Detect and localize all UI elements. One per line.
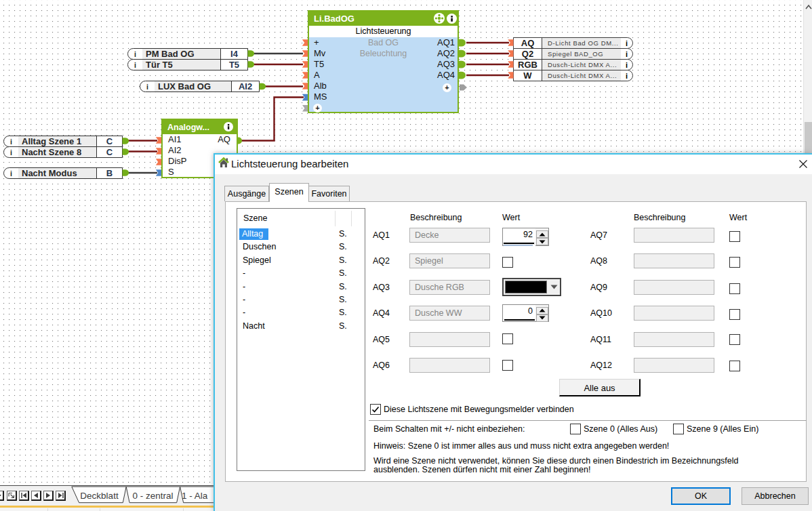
- svg-text:1 - Ala: 1 - Ala: [182, 491, 208, 501]
- svg-text:0 - zentral: 0 - zentral: [132, 491, 173, 501]
- svg-text:Deckblatt: Deckblatt: [80, 491, 119, 501]
